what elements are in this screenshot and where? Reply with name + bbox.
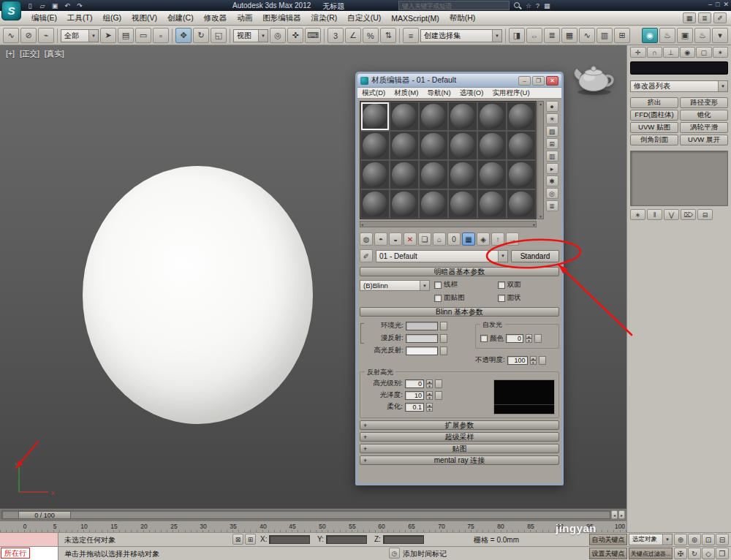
window-restore-icon[interactable]: ❐ [532, 76, 545, 86]
edit-named-selection-sets-icon[interactable]: ≡ [403, 28, 419, 43]
named-selection-sets-dropdown[interactable]: 创建选择集▼ [420, 29, 502, 42]
dope-sheet-icon[interactable]: ▥ [596, 28, 613, 43]
video-color-check-icon[interactable]: ▥ [546, 151, 558, 162]
put-material-to-scene-icon[interactable]: ◓ [374, 232, 387, 246]
key-filters-button[interactable]: 关键点过滤器... [629, 548, 673, 559]
bind-to-space-warp-icon[interactable]: ⌁ [38, 28, 54, 43]
menu-maxscript[interactable]: MAXScript(M) [386, 11, 444, 25]
modifier-button-extrude[interactable]: 挤出 [630, 97, 678, 108]
save-icon[interactable]: ▣ [50, 1, 60, 10]
sample-type-icon[interactable]: ● [546, 101, 558, 112]
select-and-link-icon[interactable]: ∿ [3, 28, 19, 43]
ambient-diffuse-lock[interactable] [360, 323, 364, 344]
rollout-mental-ray-connection[interactable]: +mental ray 连接 [360, 455, 559, 465]
selection-filter-dropdown[interactable]: 全部▼ [61, 29, 99, 42]
modifier-button-taper[interactable]: 锥化 [680, 110, 728, 121]
modifier-button-path-deform[interactable]: 路径变形 [680, 97, 728, 108]
specular-level-spinner[interactable]: ▴▾ [426, 379, 433, 388]
specular-color-swatch[interactable] [406, 347, 438, 355]
previous-frame-icon[interactable]: ◂ [611, 510, 618, 519]
material-slot[interactable] [507, 131, 536, 160]
material-slot[interactable] [477, 102, 507, 131]
search-input[interactable] [398, 1, 510, 10]
material-slot[interactable] [448, 189, 477, 219]
soften-spinner[interactable]: ▴▾ [426, 403, 433, 412]
menu-edit[interactable]: 编辑(E) [26, 11, 62, 25]
scroll-left-icon[interactable]: ◂ [361, 222, 363, 227]
spinner-snap-icon[interactable]: ⇅ [380, 28, 396, 43]
material-slot[interactable] [448, 160, 477, 189]
configure-modifier-sets-icon[interactable]: ⊟ [697, 209, 713, 220]
material-editor-icon[interactable]: ◉ [642, 28, 658, 43]
self-illum-map-button[interactable] [534, 334, 542, 343]
material-slot[interactable] [419, 131, 448, 160]
material-slot[interactable] [360, 189, 390, 219]
material-slot[interactable] [477, 189, 507, 219]
chevron-down-icon[interactable]: ▼ [420, 281, 429, 290]
assign-material-to-selection-icon[interactable]: ◒ [389, 232, 402, 246]
make-preview-icon[interactable]: ▸ [546, 163, 558, 174]
maxscript-mini-listener[interactable]: 所在行 [0, 547, 58, 560]
specular-map-button[interactable] [440, 347, 447, 355]
minimize-icon[interactable]: – [708, 1, 712, 8]
pin-stack-icon[interactable]: ∗ [630, 209, 645, 220]
track-bar[interactable]: 0 5 10 15 20 25 30 35 40 45 50 55 60 65 … [0, 521, 626, 532]
me-menu-options[interactable]: 选项(O) [455, 88, 488, 98]
faceted-checkbox[interactable] [498, 295, 505, 302]
absolute-mode-icon[interactable]: ⊞ [245, 534, 256, 545]
me-menu-material[interactable]: 材质(M) [390, 88, 423, 98]
material-slot[interactable] [419, 160, 448, 189]
tab-modify-icon[interactable]: ∩ [647, 47, 663, 58]
window-crossing-icon[interactable]: ▫ [153, 28, 169, 43]
chevron-down-icon[interactable]: ▼ [492, 30, 501, 42]
material-slot[interactable] [390, 102, 419, 131]
menu-animation[interactable]: 动画 [232, 11, 257, 25]
material-slot[interactable] [477, 160, 507, 189]
me-menu-modes[interactable]: 模式(D) [357, 88, 390, 98]
window-close-icon[interactable]: ✕ [546, 76, 558, 86]
show-end-result-icon[interactable]: ‖ [647, 209, 662, 220]
material-type-button[interactable]: Standard [511, 250, 559, 262]
maximize-icon[interactable]: □ [716, 1, 719, 8]
opacity-value-field[interactable]: 100 [507, 356, 528, 365]
render-production-icon[interactable]: ♨ [694, 28, 711, 43]
select-and-manipulate-icon[interactable]: ✜ [287, 28, 303, 43]
viewport-shading-menu[interactable]: [真实] [45, 49, 64, 59]
modifier-button-unwrap-uvw[interactable]: UVW 展开 [680, 135, 728, 145]
auto-key-button[interactable]: 自动关键点 [589, 534, 627, 545]
material-name-dropdown[interactable]: 01 - Default ▼ [376, 250, 508, 262]
material-slot[interactable] [390, 160, 419, 189]
tab-create-icon[interactable]: ✛ [630, 47, 646, 58]
material-slot[interactable] [419, 102, 448, 131]
menu-help[interactable]: 帮助(H) [444, 11, 481, 25]
wireframe-checkbox[interactable] [434, 281, 442, 289]
face-map-checkbox[interactable] [434, 295, 442, 302]
3dsmax-logo[interactable]: S [1, 1, 21, 20]
orbit-icon[interactable]: ↻ [688, 548, 701, 559]
key-selection-dropdown[interactable]: 选定对象▼ [629, 534, 673, 545]
close-icon[interactable]: ✕ [723, 1, 729, 8]
diffuse-map-button[interactable] [440, 334, 447, 343]
select-and-rotate-icon[interactable]: ↻ [193, 28, 209, 43]
scroll-down-icon[interactable]: ▾ [539, 214, 542, 219]
background-icon[interactable]: ▨ [546, 126, 558, 137]
snaps-toggle-icon[interactable]: 3 [327, 28, 344, 43]
percent-snap-icon[interactable]: % [363, 28, 379, 43]
material-id-channel-icon[interactable]: 0 [447, 232, 461, 246]
glossiness-spinner[interactable]: ▴▾ [426, 391, 433, 400]
make-unique-icon[interactable]: ⋁ [664, 209, 679, 220]
two-sided-checkbox[interactable] [498, 281, 505, 289]
favorites-star-icon[interactable]: ☆ [526, 2, 531, 10]
make-material-copy-icon[interactable]: ❏ [418, 232, 431, 246]
render-setup-icon[interactable]: ♨ [659, 28, 675, 43]
material-slot[interactable] [419, 189, 448, 219]
ambient-color-swatch[interactable] [406, 322, 438, 330]
rollout-extended-parameters[interactable]: +扩展参数 [360, 420, 559, 430]
opacity-spinner[interactable]: ▴▾ [530, 356, 537, 365]
redo-icon[interactable]: ↷ [75, 1, 85, 10]
select-by-name-icon[interactable]: ▤ [118, 28, 134, 43]
menu-group[interactable]: 组(G) [97, 11, 126, 25]
specular-level-field[interactable]: 0 [405, 379, 424, 388]
glossiness-map-button[interactable] [435, 391, 442, 400]
menu-create[interactable]: 创建(C) [162, 11, 199, 25]
